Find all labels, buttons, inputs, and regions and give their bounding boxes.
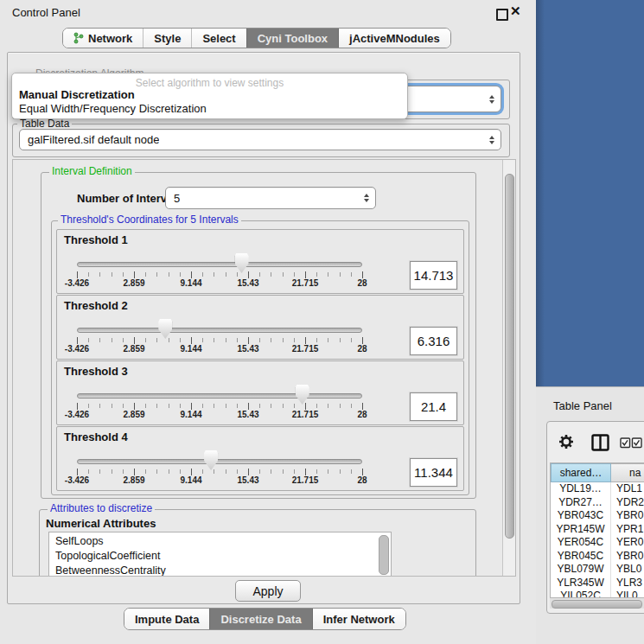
slider-tick bbox=[123, 469, 124, 474]
threshold-slider-track[interactable] bbox=[77, 328, 362, 333]
slider-tick-label: 9.144 bbox=[180, 344, 201, 354]
combo-stepper-icon[interactable] bbox=[489, 95, 494, 104]
attribute-list-item[interactable]: SelfLoops bbox=[49, 534, 391, 549]
table-row[interactable]: YPR145WYPR1 bbox=[551, 523, 644, 537]
threshold-value-field[interactable]: 11.344 bbox=[410, 458, 457, 487]
number-of-intervals-combo[interactable]: 5 bbox=[165, 187, 376, 209]
combo-stepper-icon[interactable] bbox=[364, 194, 369, 202]
settings-vertical-scrollbar[interactable] bbox=[502, 160, 515, 576]
attribute-list-item[interactable]: BetweennessCentrality bbox=[49, 564, 391, 577]
slider-tick bbox=[362, 337, 363, 344]
cell-shared-name: YBR045C bbox=[551, 550, 611, 564]
threshold-slider-track[interactable] bbox=[77, 459, 362, 464]
threshold-value-field[interactable]: 21.4 bbox=[410, 392, 457, 421]
tab-cyni-toolbox[interactable]: Cyni Toolbox bbox=[246, 29, 338, 48]
cell-shared-name: YBL079W bbox=[551, 563, 611, 577]
scrollbar-thumb[interactable] bbox=[552, 600, 642, 609]
slider-tick bbox=[134, 337, 135, 344]
combo-stepper-icon[interactable] bbox=[489, 136, 494, 144]
table-row[interactable]: YBL079WYBL0 bbox=[551, 563, 644, 577]
algorithm-option[interactable]: Equal Width/Frequency Discretization bbox=[19, 102, 207, 115]
threshold-slider-thumb[interactable] bbox=[296, 385, 309, 405]
number-of-intervals-value: 5 bbox=[166, 192, 180, 205]
slider-tick-label: -3.426 bbox=[65, 278, 89, 288]
table-row[interactable]: YLR345WYLR3 bbox=[551, 577, 644, 590]
table-row[interactable]: YDR27…YDR2 bbox=[551, 496, 644, 510]
slider-tick bbox=[88, 338, 89, 342]
cell-name: YDR2 bbox=[611, 496, 644, 510]
slider-tick bbox=[191, 469, 192, 475]
slider-tick bbox=[248, 469, 249, 475]
control-panel-title: Control Panel bbox=[12, 6, 80, 19]
threshold-slider-thumb[interactable] bbox=[204, 450, 218, 470]
slider-tick-label: 21.715 bbox=[292, 410, 319, 419]
control-panel-tabs: NetworkStyleSelectCyni ToolboxjActiveMNo… bbox=[62, 28, 451, 48]
tab-impute-data[interactable]: Impute Data bbox=[124, 609, 209, 629]
threshold-slider-thumb[interactable] bbox=[158, 319, 172, 339]
slider-tick bbox=[294, 272, 295, 277]
scrollbar-thumb[interactable] bbox=[505, 174, 514, 539]
tab-network[interactable]: Network bbox=[63, 29, 143, 48]
threshold-label: Threshold 1 bbox=[64, 233, 128, 246]
cell-name: YDL1 bbox=[611, 482, 644, 496]
slider-tick bbox=[294, 404, 295, 408]
slider-tick bbox=[328, 272, 328, 277]
cell-name: YLR3 bbox=[611, 577, 644, 590]
numerical-attributes-list[interactable]: SelfLoopsTopologicalCoefficientBetweenne… bbox=[48, 532, 392, 577]
algorithm-option[interactable]: Manual Discretization bbox=[19, 88, 135, 101]
attribute-list-item[interactable]: TopologicalCoefficient bbox=[49, 549, 391, 564]
split-columns-icon[interactable] bbox=[591, 434, 609, 451]
table-row[interactable]: YBR045CYBR0 bbox=[551, 550, 644, 564]
slider-tick bbox=[169, 338, 169, 342]
slider-tick bbox=[351, 469, 352, 474]
slider-tick bbox=[112, 272, 112, 277]
column-header-name[interactable]: na bbox=[611, 463, 644, 482]
settings-gear-icon[interactable] bbox=[558, 434, 574, 450]
slider-tick bbox=[214, 272, 214, 277]
slider-tick bbox=[283, 469, 284, 474]
slider-tick bbox=[271, 469, 271, 474]
slider-tick bbox=[283, 338, 284, 342]
slider-tick bbox=[305, 271, 306, 278]
interval-definition-label: Interval Definition bbox=[49, 166, 135, 177]
slider-tick bbox=[202, 469, 203, 474]
float-window-icon[interactable] bbox=[496, 9, 508, 21]
threshold-slider-track[interactable] bbox=[77, 262, 362, 267]
threshold-slider-thumb[interactable] bbox=[235, 253, 249, 273]
slider-tick-label: -3.426 bbox=[65, 410, 89, 419]
column-header-shared-name[interactable]: shared… bbox=[551, 463, 611, 482]
threshold-slider-track[interactable] bbox=[77, 393, 362, 399]
slider-tick bbox=[259, 338, 260, 342]
select-columns-checkboxes-icon[interactable] bbox=[620, 437, 643, 449]
slider-tick bbox=[99, 338, 100, 342]
node-attribute-table[interactable]: shared… na YDL19…YDL1YDR27…YDR2YBR043CYB… bbox=[550, 462, 644, 598]
tab-discretize-data[interactable]: Discretize Data bbox=[209, 609, 311, 629]
threshold-value-field[interactable]: 14.713 bbox=[410, 261, 457, 290]
cell-shared-name: YER054C bbox=[551, 536, 611, 550]
slider-tick bbox=[169, 404, 169, 408]
table-row[interactable]: YDL19…YDL1 bbox=[551, 482, 644, 496]
slider-tick-label: 9.144 bbox=[180, 278, 201, 288]
list-scrollbar-thumb[interactable] bbox=[379, 535, 389, 575]
slider-tick bbox=[259, 272, 260, 277]
control-panel: Control Panel ✕ NetworkStyleSelectCyni T… bbox=[0, 0, 527, 644]
close-icon[interactable]: ✕ bbox=[510, 3, 521, 19]
threshold-value-field[interactable]: 6.316 bbox=[410, 327, 457, 355]
table-row[interactable]: YBR043CYBR0 bbox=[551, 509, 644, 523]
tab-label: jActiveMNodules bbox=[349, 32, 440, 45]
tab-style[interactable]: Style bbox=[143, 29, 191, 48]
slider-tick bbox=[351, 272, 352, 277]
tab-select[interactable]: Select bbox=[191, 29, 245, 48]
slider-tick bbox=[316, 272, 317, 277]
table-horizontal-scrollbar[interactable] bbox=[550, 597, 644, 609]
tab-label: Impute Data bbox=[135, 613, 199, 626]
tab-jactivemnodules[interactable]: jActiveMNodules bbox=[338, 29, 450, 48]
apply-button[interactable]: Apply bbox=[235, 580, 301, 602]
slider-tick bbox=[134, 403, 135, 410]
slider-tick bbox=[180, 404, 181, 408]
slider-tick bbox=[77, 403, 78, 410]
tab-infer-network[interactable]: Infer Network bbox=[312, 609, 405, 629]
table-row[interactable]: YER054CYER0 bbox=[551, 536, 644, 550]
cell-shared-name: YBR043C bbox=[551, 509, 611, 523]
table-data-combo[interactable]: galFiltered.sif default node bbox=[19, 129, 501, 150]
